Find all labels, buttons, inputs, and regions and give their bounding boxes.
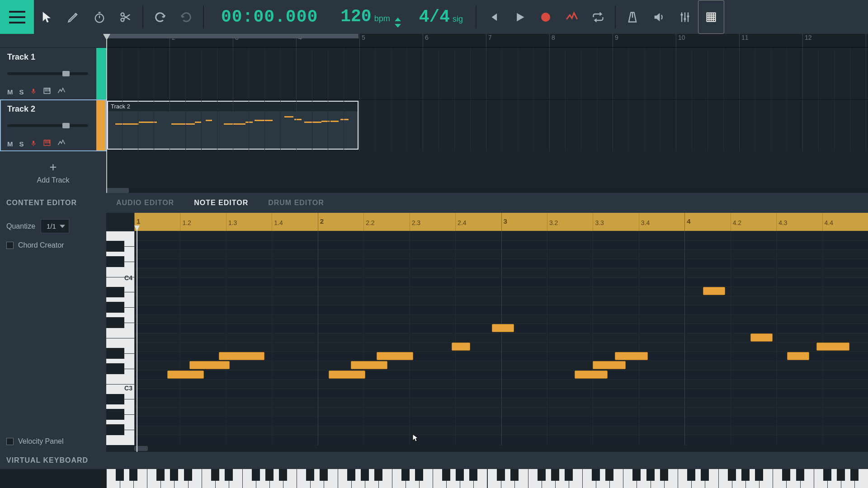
countin-button[interactable] [646, 0, 672, 34]
pointer-tool[interactable] [34, 0, 60, 34]
mixer-button[interactable] [672, 0, 698, 34]
chord-creator-checkbox[interactable]: Chord Creator [6, 241, 100, 249]
velocity-panel-checkbox[interactable]: Velocity Panel [6, 437, 100, 446]
virtual-keyboard-title[interactable]: VIRTUAL KEYBOARD [0, 452, 868, 469]
time-display[interactable]: 00:00.000 [208, 7, 331, 27]
track-color[interactable] [96, 100, 106, 151]
vk-black-key[interactable] [320, 469, 328, 481]
vk-black-key[interactable] [211, 469, 219, 481]
vk-black-key[interactable] [116, 469, 124, 481]
vk-black-key[interactable] [456, 469, 464, 481]
timer-tool[interactable] [86, 0, 113, 34]
midi-note[interactable] [816, 343, 849, 351]
vk-black-key[interactable] [592, 469, 600, 481]
vk-black-key[interactable] [156, 469, 165, 481]
solo-button[interactable]: S [19, 88, 24, 96]
play-button[interactable] [506, 0, 533, 34]
vk-black-key[interactable] [306, 469, 314, 481]
midi-note[interactable] [351, 361, 387, 369]
midi-note[interactable] [189, 361, 230, 369]
draw-tool[interactable] [60, 0, 86, 34]
vk-black-key[interactable] [401, 469, 410, 481]
instrument-button[interactable] [43, 87, 51, 97]
vk-black-key[interactable] [687, 469, 695, 481]
vk-black-key[interactable] [469, 469, 477, 481]
editor-tab-drum-editor[interactable]: DRUM EDITOR [258, 193, 334, 213]
midi-note[interactable] [787, 352, 809, 360]
loop-button[interactable] [585, 0, 611, 34]
vk-black-key[interactable] [538, 469, 546, 481]
track-name[interactable]: Track 1 [7, 52, 91, 62]
vk-black-key[interactable] [755, 469, 763, 481]
vk-black-key[interactable] [551, 469, 559, 481]
timesig-display[interactable]: 4/4 sig [410, 7, 472, 27]
skip-start-button[interactable] [480, 0, 506, 34]
arranger-scrollbar[interactable] [106, 188, 868, 193]
track-row-1[interactable]: Track 1 M S [0, 47, 106, 99]
record-button[interactable] [533, 0, 559, 34]
note-editor-playhead[interactable] [134, 213, 140, 452]
vk-black-key[interactable] [347, 469, 355, 481]
vk-black-key[interactable] [660, 469, 668, 481]
vk-black-key[interactable] [823, 469, 831, 481]
redo-button[interactable] [173, 0, 199, 34]
metronome-button[interactable] [619, 0, 646, 34]
vk-black-key[interactable] [361, 469, 369, 481]
instrument-button[interactable] [43, 139, 51, 149]
note-editor-scrollbar[interactable] [134, 445, 868, 452]
midi-note[interactable] [219, 352, 264, 360]
vk-black-key[interactable] [129, 469, 137, 481]
vk-black-key[interactable] [728, 469, 736, 481]
tempo-display[interactable]: 120 bpm [331, 7, 410, 28]
vk-black-key[interactable] [442, 469, 450, 481]
note-editor-ruler[interactable]: 11.21.31.422.22.32.433.23.33.444.24.34.4 [134, 213, 868, 231]
loop-region[interactable] [106, 34, 359, 38]
vk-black-key[interactable] [279, 469, 287, 481]
vk-black-key[interactable] [796, 469, 804, 481]
mute-button[interactable]: M [7, 88, 13, 96]
virtual-keyboard[interactable] [106, 469, 868, 488]
arranger-track-lane-1[interactable] [106, 47, 868, 99]
editor-tab-note-editor[interactable]: NOTE EDITOR [184, 193, 258, 213]
midi-note[interactable] [167, 371, 204, 379]
quantize-select[interactable]: 1/1 [41, 219, 69, 233]
vk-black-key[interactable] [265, 469, 274, 481]
arm-track-button[interactable] [30, 88, 37, 96]
undo-button[interactable] [147, 0, 173, 34]
arranger-track-lane-2[interactable]: Track 2 [106, 99, 868, 151]
add-track-button[interactable]: + Add Track [0, 151, 106, 193]
vk-black-key[interactable] [225, 469, 233, 481]
midi-note[interactable] [377, 352, 413, 360]
vk-black-key[interactable] [741, 469, 750, 481]
vk-black-key[interactable] [701, 469, 709, 481]
arm-button[interactable] [559, 0, 585, 34]
midi-note[interactable] [575, 371, 608, 379]
automation-button[interactable] [57, 139, 66, 149]
cut-tool[interactable] [113, 0, 139, 34]
track-fader[interactable] [7, 124, 88, 127]
midi-note[interactable] [452, 343, 470, 351]
midi-note[interactable] [492, 324, 514, 332]
vk-black-key[interactable] [170, 469, 178, 481]
tempo-up[interactable] [395, 18, 401, 21]
vk-black-key[interactable] [565, 469, 573, 481]
mute-button[interactable]: M [7, 140, 13, 148]
automation-button[interactable] [57, 87, 66, 97]
vk-black-key[interactable] [837, 469, 845, 481]
arm-track-button[interactable] [30, 140, 37, 148]
tempo-down[interactable] [395, 24, 401, 28]
vk-black-key[interactable] [374, 469, 382, 481]
midi-note[interactable] [593, 361, 626, 369]
piano-keyboard[interactable]: C4C3 [106, 231, 134, 445]
vk-black-key[interactable] [415, 469, 423, 481]
vk-black-key[interactable] [782, 469, 790, 481]
note-grid[interactable] [134, 231, 868, 445]
menu-button[interactable] [0, 0, 34, 34]
editor-tab-audio-editor[interactable]: AUDIO EDITOR [106, 193, 184, 213]
midi-note[interactable] [615, 352, 648, 360]
track-color[interactable] [96, 48, 106, 99]
vk-black-key[interactable] [252, 469, 260, 481]
scrollbar-thumb[interactable] [106, 188, 129, 193]
midi-note[interactable] [750, 333, 773, 342]
vk-black-key[interactable] [510, 469, 519, 481]
